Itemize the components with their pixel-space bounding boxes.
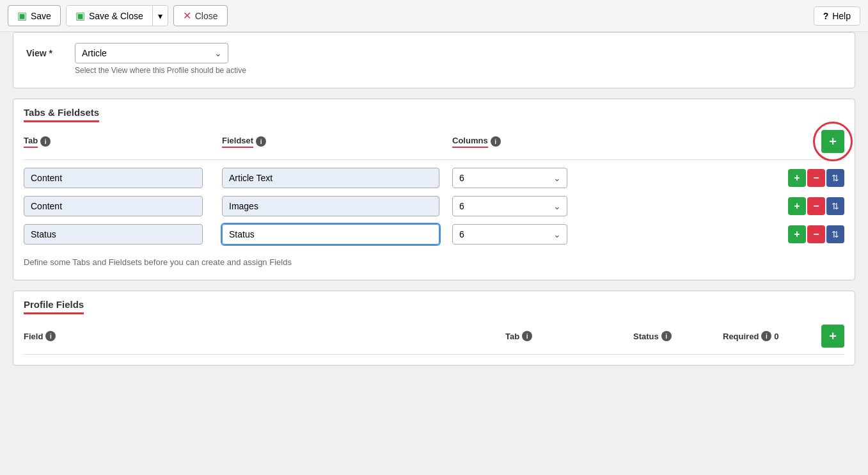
- row1-remove-button[interactable]: −: [807, 169, 825, 187]
- profile-fields-table: Field i Tab i Status i: [13, 322, 855, 365]
- save-close-dropdown-button[interactable]: ▾: [152, 6, 168, 26]
- row1-actions: + − ⇅: [787, 169, 844, 187]
- tabs-table: Tab i Fieldset i Columns i: [13, 130, 855, 280]
- row1-add-button[interactable]: +: [788, 169, 806, 187]
- save-label: Save: [31, 11, 51, 21]
- columns-col-label: Columns: [452, 136, 488, 148]
- profile-fields-header: Profile Fields: [13, 291, 855, 322]
- row3-columns-wrapper: 6 ⌄: [452, 224, 567, 245]
- row2-remove-button[interactable]: −: [807, 197, 825, 215]
- help-label: Help: [832, 11, 851, 21]
- row3-move-button[interactable]: ⇅: [826, 225, 844, 243]
- status-info-icon[interactable]: i: [661, 331, 672, 341]
- required-count: 0: [774, 332, 778, 341]
- pf-tab-info-icon[interactable]: i: [522, 331, 532, 341]
- field-info-icon[interactable]: i: [45, 331, 56, 341]
- row1-columns-cell: 6 ⌄: [452, 168, 787, 188]
- tabs-header-row: Tab i Fieldset i Columns i: [24, 130, 844, 160]
- row3-remove-button[interactable]: −: [807, 225, 825, 243]
- row3-fieldset-cell: [222, 224, 452, 245]
- view-hint: Select the View where this Profile shoul…: [75, 66, 246, 75]
- view-section: View * Article ⌄ Select the View where t…: [13, 32, 855, 88]
- view-label: View *: [26, 43, 65, 58]
- row1-move-button[interactable]: ⇅: [826, 169, 844, 187]
- pf-col-required-header: Required i 0: [723, 331, 812, 342]
- save-close-icon: ▣: [75, 10, 85, 22]
- row2-columns-wrapper: 6 ⌄: [452, 196, 567, 216]
- row3-tab-input-wrapper: [24, 224, 203, 245]
- save-close-group: ▣ Save & Close ▾: [66, 5, 168, 26]
- row2-fieldset-cell: [222, 196, 452, 216]
- pf-col-add-header: +: [812, 325, 844, 348]
- row3-actions: + − ⇅: [787, 225, 844, 243]
- row1-tab-input[interactable]: [24, 168, 203, 188]
- row2-tab-input[interactable]: [24, 196, 203, 216]
- row2-add-button[interactable]: +: [788, 197, 806, 215]
- row1-fieldset-input[interactable]: [222, 168, 439, 188]
- row2-columns-select[interactable]: 6: [452, 196, 567, 216]
- tabs-fieldsets-panel: Tabs & Fieldsets Tab i Fieldset i: [13, 99, 855, 280]
- table-row: 6 ⌄ + − ⇅: [24, 224, 844, 245]
- row1-tab-input-wrapper: [24, 168, 203, 188]
- save-button[interactable]: ▣ Save: [8, 5, 61, 26]
- profile-fields-title: Profile Fields: [24, 299, 84, 314]
- save-icon: ▣: [17, 10, 27, 22]
- add-profile-field-button[interactable]: +: [821, 325, 844, 348]
- row2-fieldset-input[interactable]: [222, 196, 439, 216]
- status-col-label: Status: [633, 332, 659, 341]
- tabs-fieldsets-header: Tabs & Fieldsets: [13, 99, 855, 130]
- toolbar-left: ▣ Save ▣ Save & Close ▾ ✕ Close: [8, 5, 228, 26]
- row2-tab-input-wrapper: [24, 196, 203, 216]
- fieldset-info-icon[interactable]: i: [256, 136, 266, 147]
- table-row: 6 ⌄ + − ⇅: [24, 168, 844, 188]
- help-button[interactable]: ? Help: [814, 6, 860, 26]
- content-area: View * Article ⌄ Select the View where t…: [0, 32, 868, 389]
- required-info-icon[interactable]: i: [761, 331, 771, 341]
- add-tab-fieldset-button[interactable]: +: [821, 130, 844, 153]
- row3-columns-cell: 6 ⌄: [452, 224, 787, 245]
- pf-col-status-header: Status i: [633, 331, 723, 341]
- save-close-label: Save & Close: [89, 11, 143, 21]
- toolbar-right: ? Help: [814, 6, 860, 26]
- view-select-group: Article ⌄ Select the View where this Pro…: [75, 43, 246, 75]
- dropdown-arrow-icon: ▾: [158, 11, 162, 21]
- view-form-row: View * Article ⌄ Select the View where t…: [26, 43, 842, 75]
- row2-move-button[interactable]: ⇅: [826, 197, 844, 215]
- close-button[interactable]: ✕ Close: [173, 5, 228, 26]
- toolbar: ▣ Save ▣ Save & Close ▾ ✕ Close ? Help: [0, 0, 868, 32]
- row3-fieldset-input-wrapper: [222, 224, 439, 245]
- col-fieldset-header: Fieldset i: [222, 136, 452, 148]
- columns-info-icon[interactable]: i: [491, 136, 501, 147]
- view-select-wrapper: Article ⌄: [75, 43, 228, 63]
- help-question-icon: ?: [823, 11, 829, 21]
- tab-info-icon[interactable]: i: [40, 136, 51, 147]
- row3-columns-select[interactable]: 6: [452, 224, 567, 245]
- row2-columns-cell: 6 ⌄: [452, 196, 787, 216]
- table-row: 6 ⌄ + − ⇅: [24, 196, 844, 216]
- field-col-label: Field: [24, 332, 43, 341]
- row3-tab-input[interactable]: [24, 224, 203, 245]
- pf-col-tab-header: Tab i: [505, 331, 633, 341]
- col-columns-header: Columns i: [452, 136, 787, 148]
- row1-columns-wrapper: 6 ⌄: [452, 168, 567, 188]
- view-select[interactable]: Article: [75, 43, 228, 63]
- row3-add-button[interactable]: +: [788, 225, 806, 243]
- pf-tab-col-label: Tab: [505, 332, 519, 341]
- close-label: Close: [195, 11, 218, 21]
- close-x-icon: ✕: [183, 10, 191, 22]
- pf-col-field-header: Field i: [24, 331, 505, 341]
- row3-fieldset-input[interactable]: [222, 224, 439, 245]
- col-tab-header: Tab i: [24, 136, 222, 148]
- row2-tab-cell: [24, 196, 222, 216]
- row2-actions: + − ⇅: [787, 197, 844, 215]
- col-actions-header: +: [787, 130, 844, 153]
- add-row-highlight: +: [821, 130, 844, 153]
- profile-fields-panel: Profile Fields Field i Tab i: [13, 291, 855, 366]
- row1-tab-cell: [24, 168, 222, 188]
- row1-fieldset-cell: [222, 168, 452, 188]
- save-close-button[interactable]: ▣ Save & Close: [67, 6, 152, 26]
- row3-tab-cell: [24, 224, 222, 245]
- row1-columns-select[interactable]: 6: [452, 168, 567, 188]
- tabs-fieldsets-title: Tabs & Fieldsets: [24, 107, 99, 122]
- required-col-label: Required: [723, 332, 759, 341]
